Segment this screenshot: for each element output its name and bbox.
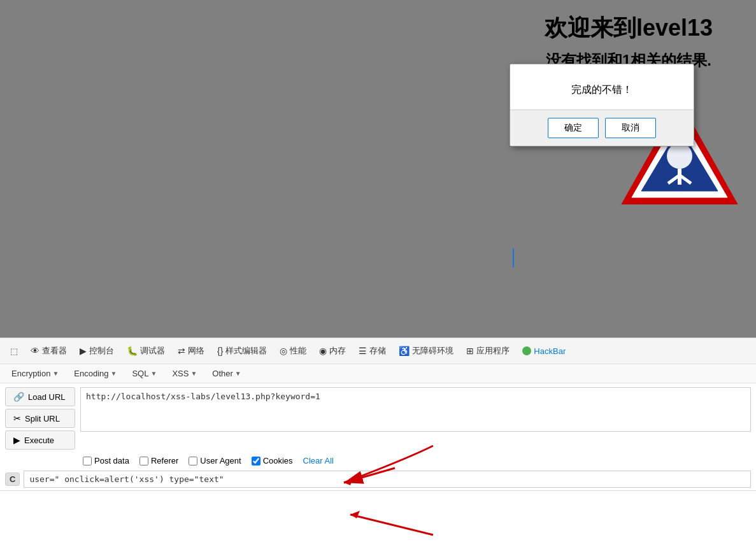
hackbar-menu: Encryption ▼ Encoding ▼ SQL ▼ XSS ▼ Othe… bbox=[0, 364, 756, 383]
load-url-label: Load URL bbox=[28, 392, 66, 402]
post-data-label: Post data bbox=[94, 456, 129, 465]
user-agent-label: User Agent bbox=[200, 456, 241, 465]
devtools-debugger[interactable]: 🐛 调试器 bbox=[122, 343, 170, 359]
devtools-performance[interactable]: ◎ 性能 bbox=[275, 343, 311, 359]
devtools-inspector[interactable]: 👁 查看器 bbox=[25, 343, 72, 359]
modal-body: 完成的不错！ bbox=[510, 64, 694, 110]
devtools-network[interactable]: ⇄ 网络 bbox=[173, 343, 210, 359]
menu-sql[interactable]: SQL ▼ bbox=[125, 367, 163, 380]
devtools-accessibility[interactable]: ♿ 无障碍环境 bbox=[394, 343, 459, 359]
devtools-application[interactable]: ⊞ 应用程序 bbox=[461, 343, 515, 359]
xss-arrow-icon: ▼ bbox=[190, 370, 197, 377]
devtools-style-editor[interactable]: {} 样式编辑器 bbox=[212, 343, 272, 359]
execute-icon: ▶ bbox=[13, 435, 20, 445]
sql-label: SQL bbox=[132, 369, 148, 378]
encryption-arrow-icon: ▼ bbox=[52, 370, 59, 377]
hackbar-checkboxes: Post data Referer User Agent Cookies Cle… bbox=[0, 453, 756, 468]
encryption-label: Encryption bbox=[11, 369, 50, 378]
encoding-label: Encoding bbox=[74, 369, 108, 378]
page-title: 欢迎来到level13 bbox=[514, 13, 743, 44]
execute-button[interactable]: ▶ Execute bbox=[5, 430, 75, 450]
modal-cancel-button[interactable]: 取消 bbox=[605, 118, 656, 138]
modal-confirm-button[interactable]: 确定 bbox=[548, 118, 599, 138]
sql-arrow-icon: ▼ bbox=[150, 370, 157, 377]
hackbar-dot-icon bbox=[522, 346, 531, 355]
load-url-button[interactable]: 🔗 Load URL bbox=[5, 387, 75, 406]
modal-footer: 确定 取消 bbox=[510, 110, 694, 146]
devtools-memory[interactable]: ◉ 内存 bbox=[314, 343, 351, 359]
load-url-icon: 🔗 bbox=[13, 392, 24, 402]
modal-dialog: 完成的不错！ 确定 取消 bbox=[510, 64, 694, 146]
clear-all-link[interactable]: Clear All bbox=[303, 456, 334, 465]
hackbar-buttons: 🔗 Load URL ✂ Split URL ▶ Execute bbox=[5, 387, 75, 450]
hackbar-panel: Encryption ▼ Encoding ▼ SQL ▼ XSS ▼ Othe… bbox=[0, 364, 756, 491]
devtools-toolbar: ⬚ 👁 查看器 ▶ 控制台 🐛 调试器 ⇄ 网络 {} 样式编辑器 ◎ 性能 ◉… bbox=[0, 337, 756, 364]
cookies-label: Cookies bbox=[263, 456, 293, 465]
payload-input[interactable] bbox=[24, 471, 751, 488]
encoding-arrow-icon: ▼ bbox=[111, 370, 117, 377]
menu-encryption[interactable]: Encryption ▼ bbox=[5, 367, 65, 380]
xss-label: XSS bbox=[172, 369, 189, 378]
referer-label: Referer bbox=[151, 456, 178, 465]
hackbar-payload-row: C bbox=[0, 468, 756, 490]
cursor-line bbox=[513, 248, 514, 267]
execute-label: Execute bbox=[24, 436, 54, 445]
post-data-checkbox[interactable]: Post data bbox=[83, 456, 129, 465]
referer-checkbox[interactable]: Referer bbox=[139, 456, 178, 465]
devtools-console[interactable]: ▶ 控制台 bbox=[75, 343, 119, 359]
split-url-button[interactable]: ✂ Split URL bbox=[5, 409, 75, 428]
other-arrow-icon: ▼ bbox=[235, 370, 241, 377]
payload-c-badge[interactable]: C bbox=[5, 472, 20, 486]
hackbar-url-area: 🔗 Load URL ✂ Split URL ▶ Execute bbox=[0, 383, 756, 453]
url-input[interactable] bbox=[80, 387, 751, 432]
split-url-icon: ✂ bbox=[13, 413, 21, 423]
devtools-inspect-icon[interactable]: ⬚ bbox=[5, 344, 23, 359]
svg-point-3 bbox=[667, 143, 692, 169]
other-label: Other bbox=[212, 369, 233, 378]
menu-other[interactable]: Other ▼ bbox=[206, 367, 247, 380]
devtools-storage[interactable]: ☰ 存储 bbox=[353, 343, 391, 359]
devtools-hackbar[interactable]: HackBar bbox=[517, 344, 571, 359]
browser-content: 欢迎来到level13 没有找到和1相关的结果. payload的长度:1 bbox=[0, 0, 756, 337]
menu-encoding[interactable]: Encoding ▼ bbox=[68, 367, 123, 380]
menu-xss[interactable]: XSS ▼ bbox=[166, 367, 203, 380]
svg-marker-9 bbox=[350, 511, 360, 518]
user-agent-checkbox[interactable]: User Agent bbox=[189, 456, 241, 465]
cookies-checkbox[interactable]: Cookies bbox=[252, 456, 293, 465]
modal-message: 完成的不错！ bbox=[571, 84, 632, 95]
split-url-label: Split URL bbox=[25, 414, 60, 423]
